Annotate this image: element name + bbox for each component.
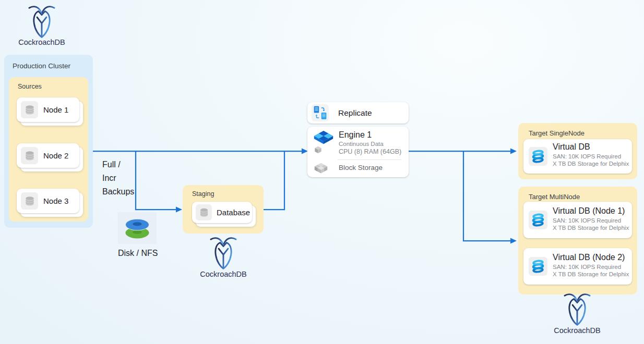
cockroachdb-logo-staging bbox=[209, 236, 237, 273]
node-1-card: Node 1 bbox=[17, 97, 79, 122]
virtual-db-node2-line1: SAN: 10K IOPS Required bbox=[553, 264, 621, 270]
backups-label: Full / Incr Backups bbox=[102, 158, 134, 199]
cockroachdb-logo-top bbox=[28, 5, 56, 41]
cockroachdb-label-staging: CockroachDB bbox=[187, 270, 260, 278]
database-icon bbox=[21, 101, 38, 118]
virtual-db-node2-card: Virtual DB (Node 2) SAN: 10K IOPS Requir… bbox=[523, 248, 632, 285]
virtual-db-icon bbox=[529, 211, 547, 229]
staging-database-label: Database bbox=[217, 208, 250, 217]
database-icon bbox=[21, 192, 38, 210]
production-cluster-panel: Production Cluster Sources Node 1 Node 2 bbox=[4, 55, 93, 228]
staging-title: Staging bbox=[192, 190, 214, 198]
target-multinode-panel: Target MultiNode Virtual DB (Node 1) SAN… bbox=[518, 187, 637, 294]
engine-subtitle: Continuous Data bbox=[339, 141, 384, 147]
engine-specs: CPU (8) RAM (64GB) bbox=[339, 148, 401, 155]
virtual-db-line1: SAN: 10K IOPS Required bbox=[553, 153, 621, 159]
cockroachdb-icon bbox=[209, 236, 237, 271]
production-cluster-title: Production Cluster bbox=[13, 62, 70, 70]
replicate-label: Replicate bbox=[338, 108, 372, 118]
divider bbox=[338, 159, 401, 160]
staging-panel: Staging Database bbox=[183, 185, 264, 234]
cockroachdb-label-top: CockroachDB bbox=[5, 38, 78, 46]
cockroachdb-icon bbox=[28, 5, 56, 39]
replicate-icon bbox=[312, 104, 329, 121]
engine-card: Engine 1 Continuous Data CPU (8) RAM (64… bbox=[307, 127, 409, 177]
node-2-card: Node 2 bbox=[17, 143, 79, 168]
node-2-label: Node 2 bbox=[43, 151, 68, 160]
virtual-db-node1-title: Virtual DB (Node 1) bbox=[553, 206, 625, 216]
node-1-label: Node 1 bbox=[43, 105, 68, 114]
virtual-db-icon bbox=[529, 147, 547, 166]
sources-panel: Sources Node 1 Node 2 Node 3 bbox=[9, 77, 88, 222]
staging-database-card: Database bbox=[192, 202, 252, 223]
database-icon bbox=[196, 204, 212, 220]
disk-nfs-icon bbox=[118, 212, 157, 244]
virtual-db-card: Virtual DB SAN: 10K IOPS Required X TB D… bbox=[523, 139, 632, 174]
node-3-card: Node 3 bbox=[17, 189, 79, 213]
backups-label-line2: Incr bbox=[102, 171, 134, 185]
virtual-db-title: Virtual DB bbox=[553, 142, 590, 152]
block-storage-icon bbox=[314, 162, 328, 178]
cockroachdb-logo-bottom bbox=[563, 292, 591, 329]
sources-title: Sources bbox=[18, 83, 42, 90]
block-storage-label: Block Storage bbox=[339, 164, 383, 171]
virtual-db-line2: X TB DB Storage for Delphix bbox=[553, 161, 629, 167]
cockroachdb-label-bottom: CockroachDB bbox=[541, 326, 614, 335]
virtual-db-node1-line2: X TB DB Storage for Delphix bbox=[553, 225, 629, 231]
target-multinode-title: Target MultiNode bbox=[529, 193, 580, 201]
database-icon bbox=[21, 147, 38, 164]
virtual-db-node2-line2: X TB DB Storage for Delphix bbox=[553, 271, 629, 277]
node-3-label: Node 3 bbox=[43, 196, 68, 205]
engine-title: Engine 1 bbox=[339, 130, 372, 140]
backups-label-line3: Backups bbox=[102, 185, 134, 199]
virtual-db-node1-line1: SAN: 10K IOPS Required bbox=[553, 217, 621, 224]
virtual-db-icon bbox=[529, 257, 547, 276]
engine-icon bbox=[312, 130, 335, 157]
target-singlenode-panel: Target SingleNode Virtual DB SAN: 10K IO… bbox=[518, 123, 637, 179]
diagram-canvas: CockroachDB Production Cluster Sources N… bbox=[0, 0, 644, 344]
cockroachdb-icon bbox=[563, 292, 591, 327]
virtual-db-node1-card: Virtual DB (Node 1) SAN: 10K IOPS Requir… bbox=[523, 202, 632, 238]
replicate-card: Replicate bbox=[307, 102, 409, 124]
virtual-db-node2-title: Virtual DB (Node 2) bbox=[553, 253, 625, 262]
backups-label-line1: Full / bbox=[102, 158, 134, 171]
disk-nfs-label: Disk / NFS bbox=[118, 249, 157, 258]
target-singlenode-title: Target SingleNode bbox=[529, 129, 585, 137]
